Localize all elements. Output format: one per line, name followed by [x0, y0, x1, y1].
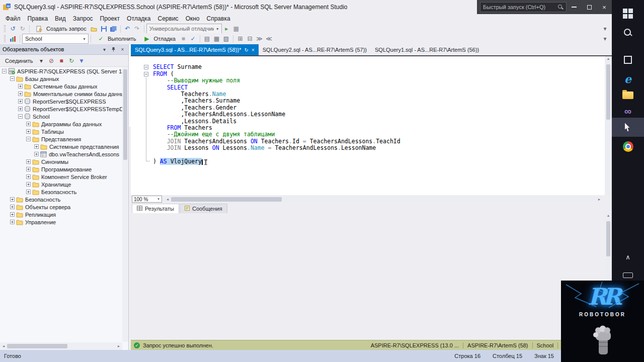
tree-node[interactable]: −School — [0, 113, 122, 120]
save-icon[interactable] — [99, 24, 109, 33]
save-all-icon[interactable] — [109, 24, 118, 33]
quick-launch-input[interactable]: Быстрый запуск (Ctrl+Q) — [480, 2, 567, 12]
taskbar-search-button[interactable] — [612, 23, 644, 42]
tree-node[interactable]: +Безопасность — [0, 188, 122, 196]
expander-plus[interactable]: + — [26, 122, 31, 126]
zoom-combo[interactable]: 100 %▾ — [132, 196, 162, 203]
nav-forward-icon[interactable]: ↻ — [18, 24, 27, 33]
minimize-button[interactable] — [567, 0, 582, 14]
tree-node[interactable]: +ReportServer$SQLEXPRESSTempDB — [0, 105, 122, 113]
taskbar-chrome-button[interactable] — [612, 137, 644, 156]
tab-results[interactable]: Результаты — [132, 204, 179, 213]
object-explorer-hscrollbar[interactable]: ◂ ▸ — [0, 342, 122, 350]
comment-icon[interactable]: ⊞ — [235, 34, 245, 43]
open-file-icon[interactable] — [90, 24, 99, 33]
execute-button[interactable]: ✓Выполнить — [93, 34, 139, 44]
tree-node[interactable]: +Управление — [0, 218, 122, 226]
activity-monitor-icon[interactable] — [8, 34, 18, 43]
expander-minus[interactable]: − — [2, 69, 7, 73]
close-panel-icon[interactable]: × — [119, 47, 126, 52]
tab-close-icon[interactable]: × — [252, 47, 255, 53]
maximize-button[interactable] — [582, 0, 597, 14]
expander-plus[interactable]: + — [26, 159, 31, 164]
tree-node[interactable]: +Компонент Service Broker — [0, 173, 122, 180]
scroll-right-arrow[interactable]: ▸ — [115, 344, 122, 348]
expander-plus[interactable]: + — [18, 84, 23, 88]
scroll-thumb[interactable] — [123, 69, 127, 160]
redo-icon[interactable]: ↷ — [132, 24, 142, 33]
tree-node[interactable]: +dbo.vwTeachersAndLessons — [0, 150, 122, 158]
uncomment-icon[interactable]: ⊟ — [245, 34, 255, 43]
tree-node[interactable]: +Таблицы — [0, 128, 122, 135]
expander-plus[interactable]: + — [26, 190, 31, 194]
expander-plus[interactable]: + — [10, 220, 15, 224]
tab-messages[interactable]: Сообщения — [180, 204, 227, 213]
menu-item[interactable]: Вид — [51, 15, 69, 23]
indent-icon[interactable]: ≫ — [255, 34, 264, 43]
toolbar-overflow-button[interactable]: ▾ — [600, 24, 610, 33]
oe-filter-icon[interactable]: ▼ — [77, 56, 87, 65]
breakpoints-window-icon[interactable]: ▦ — [231, 24, 241, 33]
expander-plus[interactable]: + — [10, 205, 15, 209]
expander-plus[interactable]: + — [26, 174, 31, 179]
expander-plus[interactable]: + — [26, 167, 31, 171]
menu-item[interactable]: Файл — [2, 15, 24, 23]
toolbar-overflow-button[interactable]: ▾ — [600, 34, 610, 43]
tree-node[interactable]: +Объекты сервера — [0, 203, 122, 211]
tree-node[interactable]: −ASPIRE-R7\SQLEXPRESS (SQL Server 13.0.4… — [0, 67, 122, 75]
scroll-thumb[interactable] — [7, 344, 67, 348]
start-button[interactable] — [612, 4, 644, 23]
scroll-thumb[interactable] — [606, 64, 610, 120]
oe-refresh-icon[interactable]: ↻ — [67, 56, 76, 65]
tree-node[interactable]: −Представления — [0, 135, 122, 143]
tree-node[interactable]: +Синонимы — [0, 158, 122, 165]
expander-minus[interactable]: − — [10, 76, 15, 81]
new-query-button[interactable]: Создать запрос — [32, 24, 90, 34]
outdent-icon[interactable]: ≪ — [264, 34, 274, 43]
database-combo[interactable]: School▾ — [22, 34, 89, 44]
expander-plus[interactable]: + — [26, 182, 31, 187]
scroll-right-arrow[interactable]: ▸ — [596, 197, 603, 202]
chevron-down-icon[interactable]: ▾ — [101, 47, 108, 52]
stop-icon[interactable]: ■ — [179, 34, 188, 43]
expander-plus[interactable]: + — [18, 99, 23, 104]
close-button[interactable]: × — [597, 0, 612, 14]
expander-minus[interactable]: − — [26, 137, 31, 141]
tree-node[interactable]: +Системные представления — [0, 143, 122, 150]
expander-plus[interactable]: + — [34, 144, 39, 149]
sql-editor[interactable]: −− SELECT SurnameFROM ( --Выводим нужные… — [131, 56, 605, 195]
connect-button[interactable]: Соединить — [2, 56, 36, 66]
expander-plus[interactable]: + — [10, 212, 15, 217]
expander-plus[interactable]: + — [34, 152, 39, 156]
parse-icon[interactable]: ✓ — [188, 34, 198, 43]
document-tab-2[interactable]: SQLQuery2.sql - AS...RE-R7\ArtemS (57)) — [259, 44, 371, 55]
tree-node[interactable]: +Хранилище — [0, 180, 122, 188]
task-view-button[interactable] — [612, 50, 644, 69]
menu-item[interactable]: Запрос — [69, 15, 97, 23]
tree-node[interactable]: +ReportServer$SQLEXPRESS — [0, 98, 122, 105]
nav-backward-icon[interactable]: ↺ — [8, 24, 18, 33]
expander-plus[interactable]: + — [10, 197, 15, 202]
scroll-thumb[interactable] — [171, 197, 282, 202]
expander-plus[interactable]: + — [18, 92, 23, 96]
results-text-icon[interactable]: ▤ — [202, 34, 212, 43]
tree-node[interactable]: +Безопасность — [0, 196, 122, 203]
tab-running-icon[interactable]: ↻ — [245, 47, 249, 53]
menu-item[interactable]: Правка — [24, 15, 52, 23]
code-area[interactable]: SELECT SurnameFROM ( --Выводим нужные по… — [131, 57, 605, 195]
debug-start-icon[interactable]: ▸ — [222, 24, 231, 33]
tree-node[interactable]: +Репликация — [0, 211, 122, 218]
object-explorer-vscrollbar[interactable] — [122, 67, 128, 342]
editor-vscrollbar[interactable]: ▴ — [605, 56, 612, 195]
menu-item[interactable]: Сервис — [154, 15, 182, 23]
editor-hscrollbar[interactable]: ◂▸ — [164, 196, 603, 203]
debugger-combo[interactable]: Универсальный отладчик▾ — [146, 24, 222, 34]
expander-plus[interactable]: + — [26, 129, 31, 134]
results-grid-icon[interactable]: ▦ — [212, 34, 221, 43]
tree-node[interactable]: +Системные базы данных — [0, 82, 122, 90]
debug-button[interactable]: ▶Отладка — [139, 34, 178, 44]
results-file-icon[interactable]: ▧ — [221, 34, 231, 43]
tree-node[interactable]: +Моментальные снимки базы данных — [0, 90, 122, 98]
expander-plus[interactable]: + — [18, 107, 23, 111]
expander-minus[interactable]: − — [18, 114, 23, 119]
